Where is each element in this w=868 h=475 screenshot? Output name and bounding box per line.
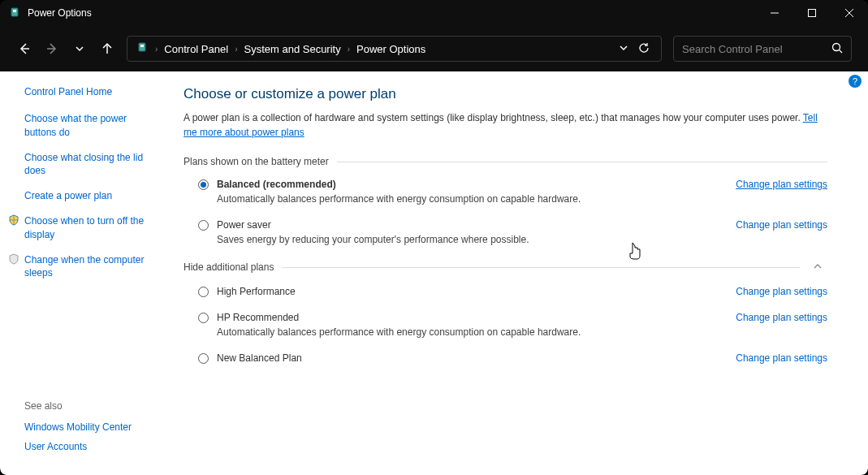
sidebar-link-lid[interactable]: Choose what closing the lid does: [24, 151, 171, 179]
plan-radio[interactable]: [198, 287, 209, 297]
search-input[interactable]: [682, 43, 825, 55]
sidebar-link-create-plan[interactable]: Create a power plan: [24, 189, 171, 203]
shield-icon: [8, 214, 21, 227]
plan-hp-recommended: HP Recommended Change plan settings Auto…: [198, 312, 827, 338]
breadcrumb-item[interactable]: System and Security: [244, 43, 340, 55]
sidebar: Control Panel Home Choose what the power…: [0, 71, 171, 475]
plan-radio[interactable]: [198, 353, 209, 364]
breadcrumb-item[interactable]: Control Panel: [164, 43, 228, 55]
plan-balanced: Balanced (recommended) Change plan setti…: [198, 179, 827, 205]
address-bar: › Control Panel › System and Security › …: [0, 26, 868, 71]
see-also-heading: See also: [24, 400, 171, 412]
plan-radio[interactable]: [198, 220, 209, 231]
forward-button[interactable]: [44, 41, 60, 57]
chevron-right-icon: ›: [348, 45, 350, 54]
plan-desc: Automatically balances performance with …: [217, 326, 827, 338]
collapse-icon[interactable]: [808, 260, 827, 274]
change-plan-link[interactable]: Change plan settings: [736, 312, 827, 323]
svg-rect-1: [13, 10, 16, 12]
change-plan-link[interactable]: Change plan settings: [736, 179, 827, 190]
section-battery-plans: Plans shown on the battery meter: [184, 156, 827, 167]
plan-power-saver: Power saver Change plan settings Saves e…: [198, 219, 827, 245]
plan-radio[interactable]: [198, 313, 209, 323]
titlebar: Power Options: [0, 0, 868, 26]
help-button[interactable]: ?: [849, 75, 862, 88]
history-dropdown[interactable]: [619, 43, 628, 55]
section-additional-plans[interactable]: Hide additional plans: [184, 260, 827, 274]
minimize-button[interactable]: [756, 0, 793, 26]
maximize-button[interactable]: [793, 0, 831, 26]
see-also-mobility[interactable]: Windows Mobility Center: [24, 421, 171, 433]
chevron-right-icon: ›: [235, 45, 237, 54]
content-area: ? Control Panel Home Choose what the pow…: [0, 71, 868, 475]
svg-rect-3: [809, 10, 816, 17]
plan-desc: Saves energy by reducing your computer's…: [217, 234, 827, 245]
plan-name[interactable]: HP Recommended: [217, 312, 728, 323]
app-icon: [8, 6, 21, 19]
svg-rect-10: [140, 45, 144, 47]
breadcrumb-icon: [136, 41, 149, 57]
plan-desc: Automatically balances performance with …: [217, 193, 827, 205]
window-controls: [756, 0, 868, 26]
change-plan-link[interactable]: Change plan settings: [736, 352, 827, 364]
change-plan-link[interactable]: Change plan settings: [736, 219, 827, 231]
window: Power Options › Control Panel › System a…: [0, 0, 868, 475]
plan-radio[interactable]: [198, 179, 209, 190]
recent-dropdown[interactable]: [71, 41, 88, 57]
plan-new-balanced: New Balanced Plan Change plan settings: [198, 352, 827, 364]
close-button[interactable]: [831, 0, 868, 26]
search-box[interactable]: [673, 36, 852, 62]
shield-icon: [8, 253, 21, 266]
sidebar-link-power-buttons[interactable]: Choose what the power buttons do: [24, 112, 171, 140]
search-icon[interactable]: [831, 42, 843, 56]
plan-name[interactable]: New Balanced Plan: [217, 352, 728, 364]
main-pane: Choose or customize a power plan A power…: [171, 71, 868, 475]
plan-name[interactable]: High Performance: [217, 286, 728, 297]
sidebar-home-link[interactable]: Control Panel Home: [24, 86, 171, 97]
svg-line-12: [840, 50, 843, 53]
see-also-accounts[interactable]: User Accounts: [24, 441, 171, 452]
divider: [282, 267, 800, 268]
plan-name[interactable]: Balanced (recommended): [217, 179, 728, 190]
breadcrumb-bar[interactable]: › Control Panel › System and Security › …: [127, 36, 662, 62]
plan-high-performance: High Performance Change plan settings: [198, 286, 827, 297]
change-plan-link[interactable]: Change plan settings: [736, 286, 827, 297]
sidebar-link-display-off[interactable]: Choose when to turn off the display: [24, 214, 171, 242]
svg-point-11: [833, 43, 840, 50]
divider: [337, 162, 827, 162]
plan-name[interactable]: Power saver: [217, 219, 728, 231]
breadcrumb-item[interactable]: Power Options: [356, 43, 425, 55]
chevron-right-icon: ›: [155, 45, 158, 54]
page-title: Choose or customize a power plan: [184, 86, 827, 102]
refresh-button[interactable]: [635, 39, 653, 59]
sidebar-link-sleep[interactable]: Change when the computer sleeps: [24, 253, 171, 281]
up-button[interactable]: [99, 41, 115, 57]
back-button[interactable]: [16, 41, 32, 57]
window-title: Power Options: [28, 7, 756, 19]
page-description: A power plan is a collection of hardware…: [184, 110, 827, 140]
